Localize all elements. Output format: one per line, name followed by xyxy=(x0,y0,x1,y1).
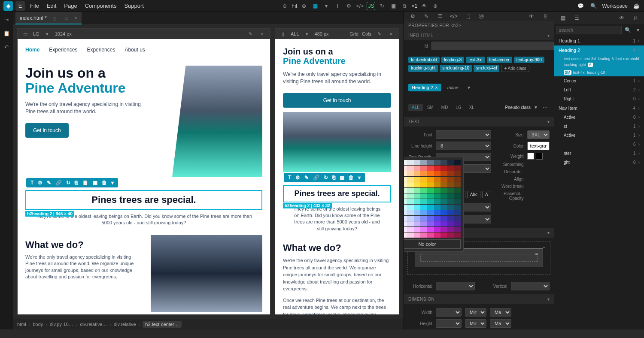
file-tab[interactable]: index.html * ▯ ▭ × xyxy=(15,12,82,24)
tree-item[interactable]: Active0› xyxy=(554,113,644,122)
chevron-down-icon[interactable]: ▾ xyxy=(43,30,52,38)
max-height[interactable]: Max xyxy=(490,319,511,328)
bp-sm[interactable]: SM xyxy=(424,104,437,111)
class-tag[interactable]: sm:leading-10 xyxy=(440,65,472,72)
menu-file[interactable]: File xyxy=(30,3,39,9)
color-swatch[interactable] xyxy=(427,232,434,238)
tree-tab-icon[interactable]: ▤ xyxy=(559,14,567,22)
color-swatch[interactable] xyxy=(447,166,454,171)
eye-icon[interactable]: 👁 xyxy=(617,14,626,22)
color-swatch[interactable] xyxy=(536,153,543,160)
color-swatch[interactable] xyxy=(404,188,407,193)
color-swatch[interactable] xyxy=(440,199,447,204)
zoom-in-icon[interactable]: ⊕ xyxy=(300,2,308,10)
settings-tab-icon[interactable]: ⚙ xyxy=(408,12,417,21)
wordpress-tab-icon[interactable]: ⓦ xyxy=(477,12,486,21)
chevron-down-icon[interactable]: ▾ xyxy=(303,30,311,38)
size-select[interactable]: 3XL xyxy=(527,130,550,139)
chevron-down-icon[interactable]: ▾ xyxy=(547,119,550,124)
color-swatch[interactable] xyxy=(434,227,441,232)
color-swatch[interactable] xyxy=(454,188,461,193)
vp-label[interactable]: LG xyxy=(33,31,39,36)
color-swatch[interactable] xyxy=(407,221,414,226)
color-swatch[interactable] xyxy=(454,171,461,176)
color-swatch[interactable] xyxy=(434,205,441,210)
color-swatch[interactable] xyxy=(447,188,454,193)
zoom-fit[interactable]: Fit xyxy=(292,3,297,9)
color-swatch[interactable] xyxy=(420,193,427,199)
center-h-select[interactable] xyxy=(436,282,475,290)
color-swatch[interactable] xyxy=(420,188,427,193)
zoom-out-icon[interactable]: ⊖ xyxy=(280,2,289,10)
color-swatch[interactable] xyxy=(414,160,421,165)
bp-lg[interactable]: LG xyxy=(452,104,465,111)
tree-item[interactable]: Right0› xyxy=(554,94,644,103)
color-swatch[interactable] xyxy=(427,227,434,232)
copy-icon[interactable]: ⎘ xyxy=(631,14,640,22)
t-none[interactable]: A xyxy=(482,191,491,198)
color-swatch[interactable] xyxy=(454,227,461,232)
color-swatch[interactable] xyxy=(440,227,447,232)
class-tag[interactable]: text-center xyxy=(487,57,512,63)
color-swatch[interactable] xyxy=(407,182,414,187)
color-swatch[interactable] xyxy=(427,182,434,187)
crumb-active[interactable]: h2.text-center… xyxy=(143,321,181,328)
nav-item[interactable]: About us xyxy=(125,47,145,53)
inline-chip[interactable]: Inline xyxy=(444,84,462,91)
nav-home[interactable]: Home xyxy=(25,47,39,53)
color-swatch[interactable] xyxy=(414,193,421,199)
color-swatch[interactable] xyxy=(454,216,461,221)
selector-chip[interactable]: Heading 2× xyxy=(408,84,441,91)
class-tag[interactable]: text-gray-900 xyxy=(514,57,544,63)
color-swatch[interactable] xyxy=(447,221,454,226)
color-swatch[interactable] xyxy=(427,210,434,215)
color-swatch[interactable] xyxy=(404,205,407,210)
color-swatch[interactable] xyxy=(447,232,454,238)
color-input[interactable] xyxy=(527,142,550,150)
width-select[interactable] xyxy=(436,308,462,317)
color-swatch[interactable] xyxy=(434,166,441,171)
tool-trash-icon[interactable]: 🗑 xyxy=(349,175,354,181)
color-swatch[interactable] xyxy=(434,232,441,238)
tool-more-icon[interactable]: ▾ xyxy=(111,180,114,186)
color-swatch[interactable] xyxy=(414,188,421,193)
tree-item[interactable]: nter1› xyxy=(554,149,644,158)
color-swatch[interactable] xyxy=(434,182,441,187)
class-tag[interactable]: sm:text-4xl xyxy=(474,65,499,72)
tool-trash-icon[interactable]: 🗑 xyxy=(102,180,107,186)
chevron-down-icon[interactable]: ▾ xyxy=(547,33,550,38)
bp-md[interactable]: MD xyxy=(438,104,452,111)
color-swatch[interactable] xyxy=(420,171,427,176)
tool-text-icon[interactable]: T xyxy=(288,175,291,181)
search-icon[interactable]: 🔍 xyxy=(623,26,632,34)
color-swatch[interactable] xyxy=(434,160,441,165)
color-swatch[interactable] xyxy=(434,177,441,182)
color-swatch[interactable] xyxy=(440,193,447,199)
tree-item[interactable]: Center1› xyxy=(554,76,644,85)
app-secondary-icon[interactable]: E xyxy=(15,1,25,11)
color-swatch[interactable] xyxy=(427,205,434,210)
info-section[interactable]: INFO HTML ▾ xyxy=(404,30,554,40)
tree-search-input[interactable] xyxy=(556,26,622,34)
color-swatch[interactable] xyxy=(434,171,441,176)
min-height[interactable]: Min xyxy=(465,319,486,328)
color-swatch[interactable] xyxy=(440,182,447,187)
color-swatch[interactable] xyxy=(427,199,434,204)
tool-brush-icon[interactable]: ✎ xyxy=(47,180,51,186)
tool-brush-icon[interactable]: ✎ xyxy=(304,175,309,181)
color-swatch[interactable] xyxy=(404,216,407,221)
selected-heading2[interactable]: T ⚙ ✎ 🔗 ↻ ⎘ 📋 ▦ 🗑 ▾ Pine xyxy=(25,190,262,210)
tool-link-icon[interactable]: 🔗 xyxy=(55,180,62,186)
device-tablet-icon[interactable]: ▭ xyxy=(62,14,71,22)
device-icon[interactable]: ▯ xyxy=(279,30,287,38)
color-swatch[interactable] xyxy=(404,160,407,165)
color-swatch[interactable] xyxy=(454,210,461,215)
library-icon[interactable]: 📋 xyxy=(2,29,11,38)
color-swatch[interactable] xyxy=(527,153,534,160)
lineheight-select[interactable]: 8 xyxy=(436,142,491,150)
color-swatch[interactable] xyxy=(407,177,414,182)
color-swatch[interactable] xyxy=(427,188,434,193)
font-select[interactable] xyxy=(436,130,491,139)
nav-item[interactable]: Experiences xyxy=(49,47,77,53)
close-icon[interactable]: × xyxy=(258,30,267,38)
